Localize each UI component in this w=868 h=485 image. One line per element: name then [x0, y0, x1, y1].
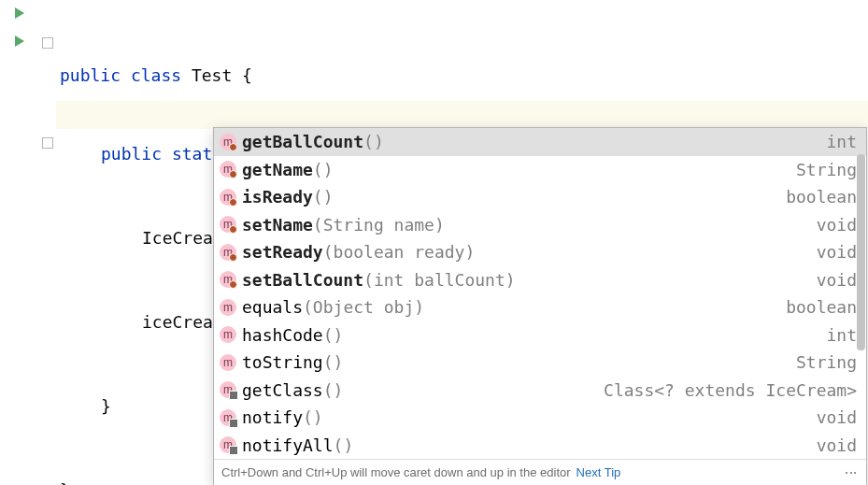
- method-icon: m: [220, 381, 236, 398]
- autocomplete-item[interactable]: mgetClass()Class<? extends IceCream>: [214, 377, 866, 405]
- method-signature: getClass(): [242, 380, 598, 400]
- method-icon: m: [220, 244, 236, 261]
- method-signature: hashCode(): [242, 325, 820, 345]
- more-icon[interactable]: ⋮: [844, 466, 859, 478]
- autocomplete-list[interactable]: mgetBallCount()intmgetName()StringmisRea…: [214, 128, 866, 459]
- method-signature: getName(): [242, 160, 790, 179]
- fold-end-icon[interactable]: [42, 137, 53, 149]
- method-icon: m: [220, 436, 236, 453]
- run-icon[interactable]: [13, 4, 26, 23]
- method-icon: m: [220, 409, 236, 426]
- return-type: boolean: [786, 297, 857, 317]
- return-type: String: [796, 160, 857, 179]
- code-line[interactable]: public class Test {: [60, 56, 868, 84]
- code-editor[interactable]: public class Test { public static void m…: [0, 0, 868, 485]
- method-icon: m: [220, 161, 236, 178]
- method-signature: getBallCount(): [242, 132, 820, 151]
- return-type: Class<? extends IceCream>: [604, 380, 857, 400]
- autocomplete-item[interactable]: msetBallCount(int ballCount)void: [214, 266, 866, 294]
- method-icon: m: [220, 134, 236, 150]
- method-icon: m: [220, 271, 236, 288]
- next-tip-link[interactable]: Next Tip: [576, 465, 621, 479]
- return-type: void: [817, 242, 857, 262]
- return-type: String: [796, 352, 857, 372]
- scrollbar-thumb[interactable]: [857, 154, 865, 350]
- method-icon: m: [220, 354, 236, 371]
- method-icon: m: [220, 299, 236, 316]
- autocomplete-item[interactable]: msetName(String name)void: [214, 211, 866, 239]
- method-signature: setName(String name): [242, 215, 811, 235]
- method-signature: isReady(): [242, 187, 780, 207]
- method-signature: setReady(boolean ready): [242, 242, 811, 262]
- autocomplete-item[interactable]: msetReady(boolean ready)void: [214, 238, 866, 266]
- method-signature: setBallCount(int ballCount): [242, 270, 811, 290]
- method-icon: m: [220, 216, 236, 233]
- return-type: int: [826, 132, 857, 151]
- autocomplete-popup: mgetBallCount()intmgetName()StringmisRea…: [213, 127, 867, 485]
- autocomplete-item[interactable]: mtoString()String: [214, 349, 866, 377]
- return-type: boolean: [786, 187, 857, 207]
- autocomplete-item[interactable]: mnotifyAll()void: [214, 432, 866, 460]
- return-type: int: [826, 325, 857, 345]
- autocomplete-item[interactable]: misReady()boolean: [214, 183, 866, 211]
- run-icon[interactable]: [13, 32, 26, 51]
- return-type: void: [817, 435, 857, 455]
- method-signature: toString(): [242, 352, 790, 372]
- autocomplete-item[interactable]: mnotify()void: [214, 404, 866, 432]
- method-signature: equals(Object obj): [242, 297, 780, 317]
- return-type: void: [817, 270, 857, 290]
- return-type: void: [817, 215, 857, 235]
- autocomplete-item[interactable]: mgetName()String: [214, 156, 866, 184]
- autocomplete-item[interactable]: mequals(Object obj)boolean: [214, 293, 866, 321]
- return-type: void: [817, 407, 857, 427]
- method-signature: notify(): [242, 407, 811, 427]
- gutter: [0, 0, 56, 485]
- autocomplete-item[interactable]: mgetBallCount()int: [214, 128, 866, 156]
- autocomplete-footer: Ctrl+Down and Ctrl+Up will move caret do…: [214, 459, 866, 485]
- method-signature: notifyAll(): [242, 435, 811, 455]
- footer-tip-text: Ctrl+Down and Ctrl+Up will move caret do…: [221, 465, 571, 479]
- method-icon: m: [220, 189, 236, 206]
- fold-start-icon[interactable]: [42, 37, 53, 49]
- method-icon: m: [220, 326, 236, 343]
- autocomplete-item[interactable]: mhashCode()int: [214, 321, 866, 349]
